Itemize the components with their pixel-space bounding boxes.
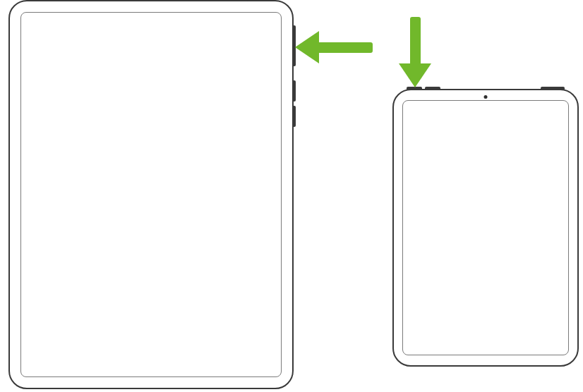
svg-rect-0: [315, 42, 373, 53]
front-camera-icon: [484, 95, 488, 99]
top-button-small: [247, 0, 272, 1]
arrow-left-icon: [295, 30, 373, 65]
arrow-down-icon: [395, 17, 435, 87]
volume-down-button: [292, 106, 296, 127]
device-small: [392, 89, 579, 367]
volume-up-button: [292, 80, 296, 102]
top-power-button: [541, 87, 565, 90]
diagram-canvas: { "devices": { "large": { "type": "table…: [0, 0, 583, 392]
device-large: [8, 0, 294, 389]
svg-rect-2: [410, 17, 421, 68]
svg-marker-3: [399, 63, 431, 87]
device-large-screen: [20, 12, 282, 377]
device-small-screen: [402, 100, 569, 355]
svg-marker-1: [295, 31, 319, 63]
